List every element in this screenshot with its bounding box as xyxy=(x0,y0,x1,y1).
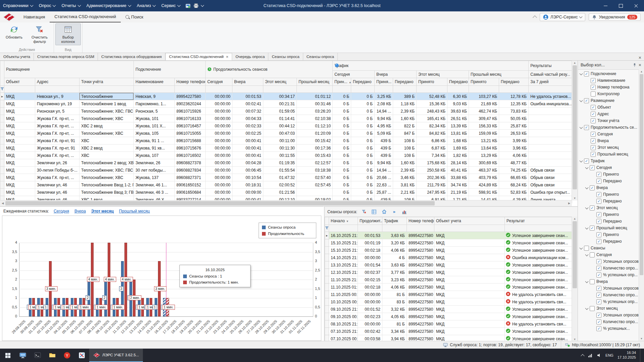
sessions-column-Продолжит...[interactable]: Продолжит... xyxy=(358,217,382,225)
cell[interactable]: Теплоснабжение; ХВС xyxy=(79,130,134,137)
cell[interactable]: 3,63 КБ xyxy=(382,261,407,269)
cell[interactable]: Жукова, 137 xyxy=(134,174,175,181)
column-header-Прин...[interactable]: Прин...▲ xyxy=(333,78,351,86)
filter-cell[interactable] xyxy=(469,86,499,93)
checkbox[interactable]: ✓ xyxy=(591,85,596,90)
cell[interactable]: 0 Б xyxy=(333,130,351,137)
cell[interactable]: 00:00:41 xyxy=(232,144,263,152)
cell[interactable]: 463,37 КБ xyxy=(469,167,499,174)
column-header-За 7 дней[interactable]: За 7 дней xyxy=(529,78,572,86)
cell[interactable]: 9,94 КБ xyxy=(375,115,393,122)
cell[interactable]: 15,36 КБ xyxy=(417,100,447,108)
cell[interactable]: 0 Б xyxy=(333,174,351,181)
chooser-item-Точки учёта[interactable]: ✓Точки учёта xyxy=(578,117,639,124)
chooser-item-Этот месяц[interactable]: ✓Этот месяц xyxy=(578,144,639,151)
cell[interactable]: 13,81 КБ xyxy=(447,130,469,137)
cell[interactable]: 3,96 КБ xyxy=(499,144,529,152)
cell[interactable]: 108 Б xyxy=(393,144,417,152)
filter-cell[interactable] xyxy=(529,86,572,93)
cell[interactable]: Обрыв связи xyxy=(529,174,572,181)
column-subgroup-Этот месяц[interactable]: Этот месяц xyxy=(417,71,469,78)
cell[interactable]: 4,06 КБ xyxy=(499,152,529,159)
cell[interactable]: МКД xyxy=(4,122,35,130)
column-header-Передано[interactable]: Передано xyxy=(393,78,417,86)
cell[interactable]: 82,34 КБ xyxy=(417,122,447,130)
menu-Отчеты[interactable]: Отчеты xyxy=(58,0,83,11)
cell[interactable]: 439 Б xyxy=(375,152,393,159)
filter-cell[interactable] xyxy=(333,86,351,93)
cell[interactable]: 00:18:31 xyxy=(232,181,263,189)
cell[interactable]: Землячки, 46 1... xyxy=(134,181,175,189)
expand-icon[interactable]: » xyxy=(391,208,397,215)
cell[interactable]: 00:02:23 xyxy=(358,313,382,320)
checkbox[interactable]: ✓ xyxy=(596,172,601,177)
sessions-column-Трафик[interactable]: Трафик xyxy=(382,217,407,225)
cell[interactable]: 00:04:33 xyxy=(232,115,263,122)
chooser-item-Сегодня[interactable]: Сегодня xyxy=(578,251,639,258)
cell[interactable]: 3,63 КБ xyxy=(382,232,407,239)
cell[interactable]: 89954227580 xyxy=(407,328,434,335)
cell[interactable]: 3,25 КБ xyxy=(375,93,393,100)
cell[interactable]: 00:00:00 xyxy=(358,298,382,306)
show-desktop-button[interactable] xyxy=(640,349,642,362)
cell[interactable]: 12.10.2025 21:... xyxy=(329,269,358,276)
cell[interactable]: МКД xyxy=(434,261,505,269)
sessions-filter-cell[interactable] xyxy=(358,225,382,232)
cell[interactable]: Жукова Г.К. пр-кт, ... xyxy=(35,174,79,181)
cell[interactable]: Теплоснабжение; ХВС xyxy=(79,115,134,122)
notifications-button[interactable]: Уведомления 125 xyxy=(589,13,641,21)
session-row[interactable]: 11.10.2025 00:...00:00:0081 Б89954227580… xyxy=(325,291,573,298)
close-strip-icon[interactable]: × xyxy=(636,55,644,60)
cell[interactable]: 0 Б xyxy=(351,174,375,181)
cell[interactable]: 30-летия Победы б-... xyxy=(35,167,79,174)
cell[interactable]: 02:00:52 xyxy=(263,181,297,189)
chooser-item-Принято[interactable]: ✓Принято xyxy=(578,211,639,218)
taskbar-app-button[interactable]: ЛЭРС УЧЕТ 3.62.5... xyxy=(89,349,143,362)
cell[interactable]: 89023620244 xyxy=(175,100,206,108)
cell[interactable]: 00:00:00 xyxy=(358,291,382,298)
cell[interactable] xyxy=(529,152,572,159)
cell[interactable]: 00:15:43 xyxy=(297,152,333,159)
cell[interactable]: Ошибка инициализации ком... xyxy=(505,254,573,261)
taskbar-icon-folder[interactable] xyxy=(45,349,60,362)
cell[interactable]: 89954227580 xyxy=(407,254,434,261)
chooser-item-Номер телефона[interactable]: ✓Номер телефона xyxy=(578,84,639,90)
cell[interactable]: 3,81 КБ xyxy=(393,181,417,189)
cell[interactable]: Невская ул., 9 xyxy=(35,93,79,100)
cell[interactable]: 73,83 КБ xyxy=(499,108,529,115)
cell[interactable]: 89610716133 xyxy=(175,115,206,122)
cell[interactable]: 0 Б xyxy=(333,144,351,152)
chooser-item-Этот месяц[interactable]: ✓Этот месяц xyxy=(578,204,639,211)
cell[interactable]: МКД xyxy=(434,276,505,284)
cell[interactable]: 34,74 КБ xyxy=(447,181,469,189)
tray-volume-icon[interactable] xyxy=(597,353,601,358)
cell[interactable]: 14,94 ... xyxy=(375,167,393,174)
cell[interactable]: 89954227580 xyxy=(407,306,434,313)
cell[interactable]: 108 Б xyxy=(393,137,417,144)
cell[interactable]: 0 Б xyxy=(333,115,351,122)
cell[interactable]: 00:00:00 xyxy=(206,189,232,196)
cell[interactable]: 89608827378 xyxy=(175,159,206,167)
cell[interactable]: 89610715676 xyxy=(175,144,206,152)
cell[interactable]: 3,32 КБ xyxy=(382,306,407,313)
checkbox[interactable]: ✓ xyxy=(596,326,601,331)
cell[interactable]: Не удалось установить свя... xyxy=(505,291,573,298)
export-table-icon[interactable] xyxy=(371,208,377,215)
chooser-item-Этот месяц[interactable]: Этот месяц xyxy=(578,305,639,312)
cell[interactable] xyxy=(529,130,572,137)
table-row[interactable]: МКДПархоменко ул, 19Теплоснабжение 1 вво… xyxy=(0,100,572,108)
cell[interactable]: МКД xyxy=(434,298,505,306)
cell[interactable]: 0 Б xyxy=(351,115,375,122)
cell[interactable]: 07.10.2025 21:... xyxy=(329,328,358,335)
cell[interactable]: МКД xyxy=(4,144,35,152)
cell[interactable]: 08.10.2025 21:... xyxy=(329,320,358,328)
chooser-item-Вчера[interactable]: ✓Вчера xyxy=(578,184,639,191)
cell[interactable]: 0 Б xyxy=(351,93,375,100)
cell[interactable]: 40,41 КБ xyxy=(447,167,469,174)
checkbox[interactable]: ✓ xyxy=(584,125,589,130)
cell[interactable]: МКД xyxy=(4,137,35,144)
cell[interactable]: Землячки ул, 46 xyxy=(35,189,79,196)
cell[interactable]: 1,82 КБ xyxy=(447,152,469,159)
cell[interactable]: 01:12:10 xyxy=(297,122,333,130)
user-menu[interactable]: ЛЭРС-Сервис xyxy=(540,13,585,21)
